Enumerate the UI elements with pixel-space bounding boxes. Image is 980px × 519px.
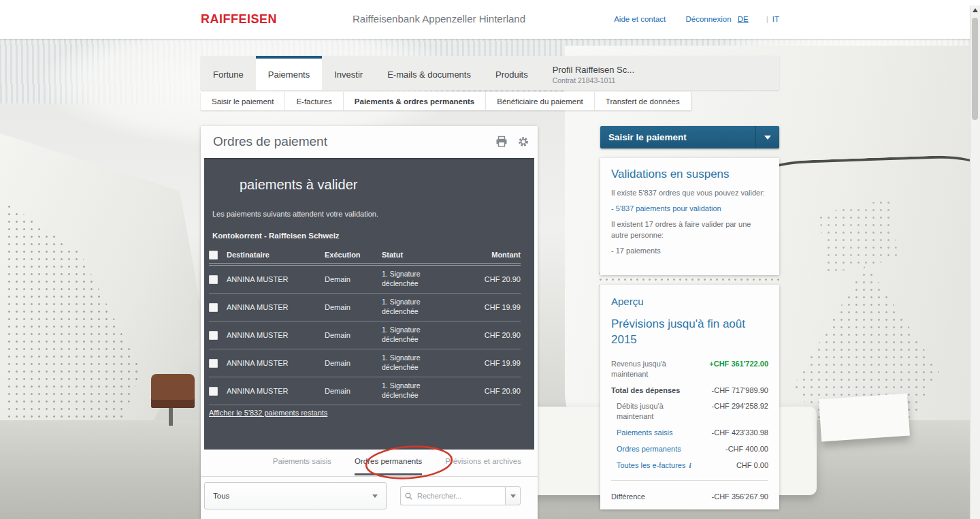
table-row[interactable]: ANNINA MUSTER Demain 1. Signature déclen… <box>209 294 521 321</box>
ordres-permanents-link[interactable]: Ordres permanents <box>611 444 698 454</box>
table-row[interactable]: ANNINA MUSTER Demain 1. Signature déclen… <box>209 349 521 377</box>
validations-line1: Il existe 5'837 ordres que vous pouvez v… <box>611 188 768 199</box>
search-input[interactable] <box>416 491 493 501</box>
lang-separator: | <box>766 15 768 23</box>
table-row[interactable]: ANNINA MUSTER Demain 1. Signature déclen… <box>209 321 521 349</box>
show-remaining-payments-link[interactable]: Afficher le 5'832 paiements restants <box>209 409 327 417</box>
validations-item2: - 17 paiements <box>611 246 768 257</box>
subnav-saisir-paiement[interactable]: Saisir le paiement <box>201 92 285 110</box>
cell-execution: Demain <box>325 275 382 283</box>
table-row[interactable]: ANNINA MUSTER Demain 1. Signature déclen… <box>209 266 521 294</box>
overview-panel: Aperçu Prévisions jusqu'à fin août 2015 … <box>600 285 779 509</box>
col-statut: Statut <box>382 251 457 259</box>
page-title: Ordres de paiement <box>213 134 327 149</box>
tab-paiements[interactable]: Paiements <box>256 56 322 90</box>
subnav-beneficiaire[interactable]: Bénéficiaire du paiement <box>486 92 595 110</box>
overview-row-total-depenses: Total des dépenses -CHF 717'989.90 <box>611 386 768 396</box>
row-checkbox[interactable] <box>209 331 218 340</box>
search-icon <box>405 492 412 500</box>
table-row[interactable]: ANNINA MUSTER Demain 1. Signature déclen… <box>209 377 521 405</box>
logout-link[interactable]: Déconnexion <box>685 15 731 23</box>
cell-destinataire: ANNINA MUSTER <box>227 331 325 339</box>
pending-validations-panel: Validations en suspens Il existe 5'837 o… <box>600 158 779 275</box>
overview-row-debits: Débits jusqu'à maintenant -CHF 294'258.9… <box>611 401 768 422</box>
cell-montant: CHF 20.90 <box>457 275 521 283</box>
payments-for-validation-link[interactable]: - 5'837 paiements pour validation <box>611 204 768 215</box>
cell-statut: 1. Signature déclenchée <box>382 270 440 288</box>
cell-destinataire: ANNINA MUSTER <box>227 359 325 367</box>
main-nav: Fortune Paiements Investir E-mails & doc… <box>201 56 779 90</box>
row-checkbox[interactable] <box>209 359 218 368</box>
overview-row-revenus: Revenus jusqu'à maintenant +CHF 361'722.… <box>611 359 768 379</box>
chevron-down-icon <box>372 494 378 498</box>
select-all-checkbox[interactable] <box>209 251 218 260</box>
tab-produits[interactable]: Produits <box>483 56 540 90</box>
lang-it-link[interactable]: IT <box>772 15 779 23</box>
overview-row-difference: Différence -CHF 356'267.90 <box>611 492 768 502</box>
button-dropdown[interactable] <box>755 126 779 148</box>
paiements-saisis-link[interactable]: Paiements saisis <box>611 428 698 438</box>
contract-number: Contrat 21843-1011 <box>553 76 634 84</box>
info-icon[interactable]: i <box>689 460 691 471</box>
cell-montant: CHF 19.99 <box>457 359 521 367</box>
cell-statut: 1. Signature déclenchée <box>382 298 440 316</box>
col-montant: Montant <box>457 251 521 259</box>
dark-panel-heading: paiements à valider <box>240 177 357 193</box>
cell-execution: Demain <box>325 331 382 339</box>
tab-fortune[interactable]: Fortune <box>201 56 256 90</box>
chevron-down-icon <box>764 136 771 140</box>
subnav-paiements-ordres[interactable]: Paiements & ordres permanents <box>344 92 486 110</box>
account-name: Kontokorrent - Raiffeisen Schweiz <box>212 232 340 240</box>
scrollbar[interactable] <box>970 5 980 519</box>
scroll-up-icon[interactable] <box>973 8 978 12</box>
payments-table: Destinataire Exécution Statut Montant AN… <box>209 247 521 405</box>
cell-destinataire: ANNINA MUSTER <box>227 275 325 283</box>
tab-ordres-permanents[interactable]: Ordres permanents <box>355 457 422 475</box>
cell-statut: 1. Signature déclenchée <box>382 353 440 372</box>
cell-statut: 1. Signature déclenchée <box>382 326 440 344</box>
search-options-button[interactable] <box>505 486 521 505</box>
overview-row-paiements-saisis: Paiements saisis -CHF 423'330.98 <box>611 428 768 438</box>
lang-de-link[interactable]: DE <box>738 15 749 23</box>
tab-emails-documents[interactable]: E-mails & documents <box>375 56 483 90</box>
tabs-divider <box>201 476 538 477</box>
top-bar: RAIFFEISEN Raiffeisenbank Appenzeller Hi… <box>0 0 980 39</box>
saisir-paiement-button[interactable]: Saisir le paiement <box>600 126 779 148</box>
tab-profil[interactable]: Profil Raiffeisen Sc... Contrat 21843-10… <box>540 56 647 90</box>
cell-destinataire: ANNINA MUSTER <box>227 303 325 311</box>
row-checkbox[interactable] <box>209 275 218 284</box>
filter-select[interactable]: Tous <box>204 482 387 509</box>
efactures-link[interactable]: Toutes les e-factures <box>617 461 686 469</box>
tab-paiements-saisis[interactable]: Paiements saisis <box>273 457 331 475</box>
gear-icon[interactable] <box>517 136 529 148</box>
table-header: Destinataire Exécution Statut Montant <box>209 247 521 264</box>
row-checkbox[interactable] <box>209 303 218 312</box>
cell-destinataire: ANNINA MUSTER <box>227 387 325 395</box>
subnav-efactures[interactable]: E-factures <box>285 92 343 110</box>
chevron-down-icon <box>510 494 516 498</box>
col-execution: Exécution <box>325 251 382 259</box>
panel-header: Ordres de paiement <box>201 126 538 158</box>
validations-heading: Validations en suspens <box>611 168 768 181</box>
overview-row-efactures: Toutes les e-facturesi CHF 0.00 <box>611 460 768 471</box>
scrollbar-thumb[interactable] <box>972 18 978 120</box>
cell-montant: CHF 20.90 <box>457 331 521 339</box>
help-contact-link[interactable]: Aide et contact <box>614 15 666 23</box>
search-field[interactable] <box>400 486 505 505</box>
bottom-tabs: Paiements saisis Ordres permanents Prévi… <box>201 457 538 475</box>
cell-execution: Demain <box>325 303 382 311</box>
row-checkbox[interactable] <box>209 387 218 396</box>
cell-statut: 1. Signature déclenchée <box>382 381 440 400</box>
overview-row-ordres-permanents: Ordres permanents -CHF 400.00 <box>611 444 768 454</box>
sub-nav: Saisir le paiement E-factures Paiements … <box>201 92 691 110</box>
print-icon[interactable] <box>495 136 508 148</box>
raiffeisen-logo[interactable]: RAIFFEISEN <box>201 12 277 27</box>
cell-execution: Demain <box>325 359 382 367</box>
bank-name: Raiffeisenbank Appenzeller Hinterland <box>353 13 525 25</box>
tab-investir[interactable]: Investir <box>322 56 375 90</box>
overview-subtitle: Prévisions jusqu'à fin août 2015 <box>611 317 768 348</box>
subnav-transfert[interactable]: Transfert de données <box>595 92 691 110</box>
tab-previsions-archives[interactable]: Prévisions et archives <box>445 457 521 475</box>
cell-execution: Demain <box>325 387 382 395</box>
validations-line2: Il existent 17 ordres à faire valider pa… <box>611 219 768 241</box>
